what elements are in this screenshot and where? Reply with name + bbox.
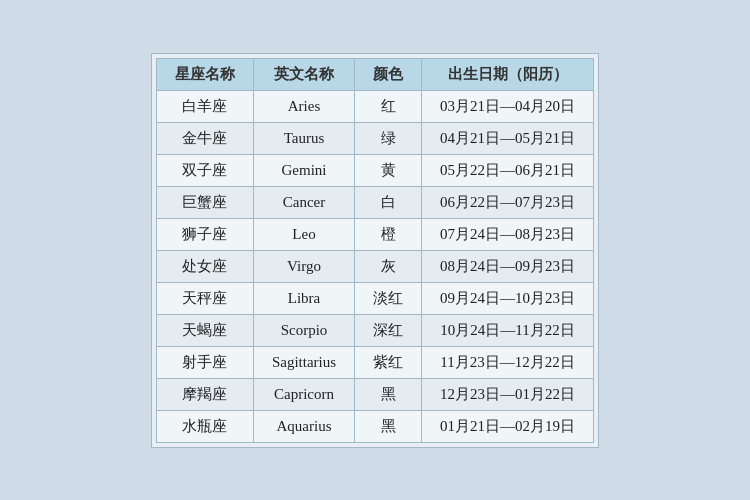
cell-english-name: Aries: [253, 90, 354, 122]
cell-chinese-name: 摩羯座: [156, 378, 253, 410]
cell-chinese-name: 水瓶座: [156, 410, 253, 442]
cell-color: 绿: [355, 122, 422, 154]
header-color: 颜色: [355, 58, 422, 90]
cell-dates: 12月23日—01月22日: [422, 378, 594, 410]
table-body: 白羊座Aries红03月21日—04月20日金牛座Taurus绿04月21日—0…: [156, 90, 593, 442]
table-row: 处女座Virgo灰08月24日—09月23日: [156, 250, 593, 282]
cell-dates: 03月21日—04月20日: [422, 90, 594, 122]
cell-dates: 04月21日—05月21日: [422, 122, 594, 154]
cell-color: 红: [355, 90, 422, 122]
cell-dates: 01月21日—02月19日: [422, 410, 594, 442]
cell-dates: 08月24日—09月23日: [422, 250, 594, 282]
zodiac-table-container: 星座名称 英文名称 颜色 出生日期（阳历） 白羊座Aries红03月21日—04…: [151, 53, 599, 448]
cell-color: 深红: [355, 314, 422, 346]
table-row: 天蝎座Scorpio深红10月24日—11月22日: [156, 314, 593, 346]
table-row: 射手座Sagittarius紫红11月23日—12月22日: [156, 346, 593, 378]
cell-chinese-name: 白羊座: [156, 90, 253, 122]
cell-chinese-name: 射手座: [156, 346, 253, 378]
cell-english-name: Scorpio: [253, 314, 354, 346]
cell-chinese-name: 双子座: [156, 154, 253, 186]
cell-chinese-name: 天蝎座: [156, 314, 253, 346]
table-row: 金牛座Taurus绿04月21日—05月21日: [156, 122, 593, 154]
cell-dates: 09月24日—10月23日: [422, 282, 594, 314]
header-dates: 出生日期（阳历）: [422, 58, 594, 90]
cell-english-name: Leo: [253, 218, 354, 250]
cell-color: 黑: [355, 378, 422, 410]
cell-dates: 11月23日—12月22日: [422, 346, 594, 378]
table-row: 白羊座Aries红03月21日—04月20日: [156, 90, 593, 122]
table-row: 水瓶座Aquarius黑01月21日—02月19日: [156, 410, 593, 442]
cell-english-name: Sagittarius: [253, 346, 354, 378]
cell-chinese-name: 处女座: [156, 250, 253, 282]
cell-color: 灰: [355, 250, 422, 282]
cell-english-name: Aquarius: [253, 410, 354, 442]
header-english-name: 英文名称: [253, 58, 354, 90]
cell-english-name: Taurus: [253, 122, 354, 154]
cell-dates: 06月22日—07月23日: [422, 186, 594, 218]
cell-english-name: Libra: [253, 282, 354, 314]
cell-color: 淡红: [355, 282, 422, 314]
table-row: 天秤座Libra淡红09月24日—10月23日: [156, 282, 593, 314]
table-row: 巨蟹座Cancer白06月22日—07月23日: [156, 186, 593, 218]
cell-chinese-name: 天秤座: [156, 282, 253, 314]
table-row: 双子座Gemini黄05月22日—06月21日: [156, 154, 593, 186]
cell-dates: 05月22日—06月21日: [422, 154, 594, 186]
table-row: 狮子座Leo橙07月24日—08月23日: [156, 218, 593, 250]
cell-english-name: Gemini: [253, 154, 354, 186]
cell-color: 紫红: [355, 346, 422, 378]
table-header-row: 星座名称 英文名称 颜色 出生日期（阳历）: [156, 58, 593, 90]
cell-chinese-name: 金牛座: [156, 122, 253, 154]
table-row: 摩羯座Capricorn黑12月23日—01月22日: [156, 378, 593, 410]
cell-dates: 10月24日—11月22日: [422, 314, 594, 346]
zodiac-table: 星座名称 英文名称 颜色 出生日期（阳历） 白羊座Aries红03月21日—04…: [156, 58, 594, 443]
cell-chinese-name: 巨蟹座: [156, 186, 253, 218]
cell-color: 黄: [355, 154, 422, 186]
header-chinese-name: 星座名称: [156, 58, 253, 90]
cell-color: 黑: [355, 410, 422, 442]
cell-chinese-name: 狮子座: [156, 218, 253, 250]
cell-english-name: Virgo: [253, 250, 354, 282]
cell-english-name: Capricorn: [253, 378, 354, 410]
cell-dates: 07月24日—08月23日: [422, 218, 594, 250]
cell-color: 橙: [355, 218, 422, 250]
cell-english-name: Cancer: [253, 186, 354, 218]
cell-color: 白: [355, 186, 422, 218]
